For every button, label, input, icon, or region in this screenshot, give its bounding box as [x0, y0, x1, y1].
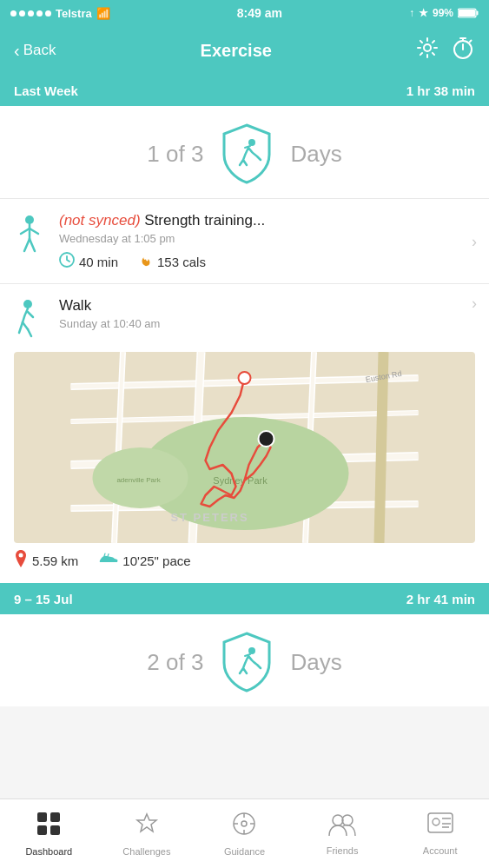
- settings-icon[interactable]: [416, 36, 439, 64]
- svg-line-8: [21, 229, 30, 234]
- strength-content: (not synced) Strength training... Wednes…: [59, 211, 475, 271]
- next-shield-badge: [219, 630, 274, 694]
- battery-icon: [458, 8, 479, 18]
- tab-challenges-label: Challenges: [122, 846, 170, 857]
- svg-text:adenville Park: adenville Park: [116, 476, 161, 484]
- nav-actions: [416, 36, 475, 65]
- status-left: Telstra 📶: [10, 7, 110, 20]
- back-chevron-icon: ‹: [14, 41, 20, 61]
- tab-friends-label: Friends: [327, 845, 359, 856]
- next-week-label: 9 – 15 Jul: [14, 592, 73, 606]
- svg-rect-53: [428, 813, 453, 832]
- svg-point-52: [342, 815, 353, 825]
- challenges-icon: [134, 811, 160, 843]
- svg-line-11: [30, 239, 35, 251]
- walk-title: Walk: [59, 296, 160, 315]
- walk-info: Walk Sunday at 10:40 am: [59, 296, 160, 330]
- strength-subtitle: Wednesday at 1:05 pm: [59, 232, 475, 245]
- svg-point-36: [259, 431, 274, 447]
- svg-point-3: [424, 44, 431, 51]
- current-week-label: Last Week: [14, 83, 78, 98]
- next-week-header: 9 – 15 Jul 2 hr 41 min: [0, 583, 489, 614]
- dashboard-icon: [36, 811, 62, 843]
- stopwatch-icon[interactable]: [451, 36, 475, 65]
- strength-name: Strength training...: [144, 212, 265, 229]
- svg-rect-43: [50, 825, 60, 835]
- tab-account[interactable]: Account: [391, 812, 489, 856]
- svg-line-10: [24, 239, 30, 251]
- guidance-icon: [231, 811, 257, 843]
- strength-calories-value: 153 cals: [157, 255, 206, 269]
- back-button[interactable]: ‹ Back: [14, 41, 56, 61]
- current-week-header: Last Week 1 hr 38 min: [0, 75, 489, 106]
- walk-pace: 10'25" pace: [99, 552, 190, 569]
- chevron-right-walk-icon: ›: [472, 295, 477, 313]
- page-title: Exercise: [201, 41, 272, 61]
- status-bar: Telstra 📶 8:49 am ↑ ★ 99%: [0, 0, 489, 26]
- tab-friends[interactable]: Friends: [294, 812, 392, 856]
- tab-account-label: Account: [423, 845, 458, 856]
- signal-dots: [10, 10, 51, 17]
- walk-subtitle: Sunday at 10:40 am: [59, 317, 160, 330]
- bluetooth-icon: ★: [419, 7, 428, 19]
- walk-stats: 5.59 km 10'25" pace: [14, 550, 475, 571]
- current-progress-row: 1 of 3 Days: [0, 106, 489, 198]
- friends-icon: [327, 812, 357, 842]
- svg-rect-42: [37, 825, 47, 835]
- shield-badge: [219, 122, 274, 186]
- svg-rect-1: [476, 11, 478, 16]
- back-label: Back: [23, 42, 56, 59]
- strength-duration-value: 40 min: [79, 255, 118, 269]
- svg-point-46: [241, 821, 247, 826]
- svg-point-54: [433, 818, 439, 825]
- svg-point-35: [239, 372, 251, 384]
- walk-header: Walk Sunday at 10:40 am ›: [14, 296, 475, 345]
- tab-challenges[interactable]: Challenges: [98, 811, 196, 857]
- wifi-icon: 📶: [96, 7, 110, 20]
- tab-dashboard-label: Dashboard: [25, 846, 72, 857]
- svg-rect-41: [50, 812, 60, 822]
- tab-bar: Dashboard Challenges Guidance: [0, 798, 489, 868]
- carrier-label: Telstra: [56, 7, 92, 20]
- nav-bar: ‹ Back Exercise: [0, 26, 489, 75]
- svg-point-5: [248, 139, 255, 146]
- tab-dashboard[interactable]: Dashboard: [0, 811, 98, 857]
- location-icon: ↑: [409, 7, 414, 19]
- next-progress-fraction: 2 of 3: [147, 649, 203, 676]
- strength-calories: 153 cals: [139, 252, 206, 271]
- exercise-item-walk[interactable]: Walk Sunday at 10:40 am ›: [0, 283, 489, 583]
- next-week-duration: 2 hr 41 min: [406, 592, 475, 606]
- time-label: 8:49 am: [237, 6, 282, 20]
- current-week-duration: 1 hr 38 min: [406, 83, 475, 98]
- svg-marker-44: [137, 814, 156, 832]
- fire-icon: [139, 252, 153, 271]
- next-progress-unit: Days: [290, 649, 341, 676]
- not-synced-label: (not synced): [59, 212, 141, 229]
- svg-rect-2: [459, 10, 475, 17]
- svg-point-6: [25, 215, 34, 224]
- shoe-icon: [99, 552, 118, 569]
- status-right: ↑ ★ 99%: [409, 7, 479, 19]
- walk-pace-value: 10'25" pace: [122, 553, 190, 568]
- svg-line-9: [30, 229, 38, 234]
- walk-distance-value: 5.59 km: [32, 553, 78, 568]
- strength-icon: [14, 211, 49, 260]
- strength-title: (not synced) Strength training...: [59, 211, 475, 230]
- battery-label: 99%: [433, 7, 453, 19]
- tab-guidance-label: Guidance: [224, 846, 265, 857]
- pin-icon: [14, 550, 28, 571]
- next-progress-row: 2 of 3 Days: [0, 614, 489, 706]
- walk-distance: 5.59 km: [14, 550, 78, 571]
- strength-duration: 40 min: [59, 252, 118, 271]
- exercise-item-strength[interactable]: (not synced) Strength training... Wednes…: [0, 198, 489, 283]
- strength-stats: 40 min 153 cals: [59, 252, 475, 271]
- account-icon: [426, 812, 454, 842]
- current-progress-fraction: 1 of 3: [147, 141, 203, 168]
- svg-rect-40: [37, 812, 47, 822]
- tab-guidance[interactable]: Guidance: [195, 811, 294, 857]
- svg-point-38: [19, 553, 23, 558]
- svg-text:Sydney Park: Sydney Park: [213, 475, 268, 486]
- clock-icon: [59, 252, 75, 271]
- walk-icon: [14, 296, 49, 345]
- walk-map: Sydney Park adenville Park ST PETERS Eus…: [14, 352, 475, 543]
